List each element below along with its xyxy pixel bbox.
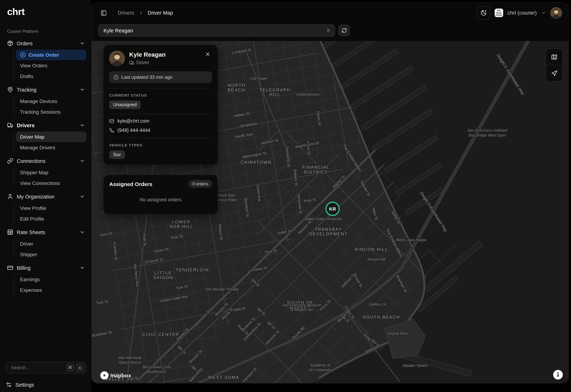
chevron-down-icon	[80, 123, 85, 128]
sidebar-group-orders[interactable]: Orders	[6, 37, 86, 49]
driver-email: kyle@chrt.com	[117, 118, 149, 124]
sidebar-item-view-profile[interactable]: View Profile	[16, 203, 86, 213]
chevron-down-icon	[80, 194, 85, 199]
map-label: SOUTH BEACH	[363, 315, 400, 320]
assigned-orders-card: Assigned Orders 0 orders No assigned ord…	[104, 175, 218, 214]
close-button[interactable]	[205, 51, 212, 58]
sidebar-nav: OrdersCreate OrderView OrdersDraftsTrack…	[6, 37, 86, 295]
sidebar-item-shipper-map[interactable]: Shipper Map	[16, 167, 86, 178]
mapbox-wordmark: mapbox	[110, 372, 131, 378]
orders-empty-text: No assigned orders	[109, 188, 212, 209]
sidebar-group-label: My Organization	[17, 194, 54, 199]
chevron-down-icon[interactable]	[541, 10, 546, 15]
app-logo: chrt	[7, 6, 86, 17]
chevron-down-icon	[80, 41, 85, 46]
sidebar: chrt Courier Platform OrdersCreate Order…	[0, 0, 91, 392]
breadcrumb-drivers[interactable]: Drivers	[118, 10, 134, 16]
sidebar-item-earnings[interactable]: Earnings	[16, 274, 86, 285]
org-badge[interactable]: chrt democourier	[495, 9, 503, 17]
sidebar-subgroup: DriverShipper	[14, 238, 86, 260]
sidebar-item-tracking-sessions[interactable]: Tracking Sessions	[16, 107, 86, 117]
moon-icon	[480, 10, 487, 16]
last-updated-pill: Last updated 33 min ago	[109, 71, 212, 83]
sidebar-group-label: Orders	[17, 41, 33, 46]
driver-marker-kr[interactable]: KR	[326, 202, 340, 216]
divider	[109, 138, 212, 138]
sidebar-item-view-connections[interactable]: View Connections	[16, 178, 86, 189]
sidebar-item-expenses[interactable]: Expenses	[16, 285, 86, 295]
refresh-button[interactable]	[338, 25, 350, 36]
attribution-info-button[interactable]	[553, 370, 563, 379]
refresh-icon	[342, 28, 347, 33]
map-canvas[interactable]: Lombard StVallejo StBroadwayPacific AveJ…	[92, 41, 569, 383]
sidebar-item-driver-map[interactable]: Driver Map	[16, 131, 86, 142]
sidebar-group-tracking[interactable]: Tracking	[6, 84, 86, 96]
status-section-label: CURRENT STATUS	[109, 93, 212, 97]
plus-circle-icon	[20, 52, 26, 58]
phone-icon	[109, 128, 114, 133]
map-label: Atwater Tavern	[402, 364, 428, 368]
navigation-icon	[551, 70, 557, 76]
sidebar-item-drafts[interactable]: Drafts	[16, 71, 86, 82]
map-label: Gallery 16	[369, 302, 386, 306]
account-switcher[interactable]: chrt (courier)	[508, 10, 537, 16]
user-avatar[interactable]	[550, 7, 562, 19]
credit-card-icon	[7, 265, 13, 271]
sidebar-group-label: Rate Sheets	[17, 229, 45, 235]
sidebar-group-billing[interactable]: Billing	[6, 262, 86, 274]
settings-label: Settings	[15, 382, 34, 388]
map-style-button[interactable]	[546, 49, 562, 65]
driver-role: Driver	[136, 60, 149, 65]
map-label: Red's Java House	[396, 238, 426, 242]
sidebar-subgroup: Shipper MapView Connections	[14, 167, 86, 189]
chevron-down-icon	[80, 229, 85, 235]
topbar: Drivers Driver Map chrt democourier chrt…	[92, 2, 569, 23]
driver-phone-row: (949) 444-4444	[109, 127, 212, 133]
sidebar-item-manage-devices[interactable]: Manage Devices	[16, 96, 86, 107]
mail-icon	[109, 118, 114, 124]
sidebar-item-shipper[interactable]: Shipper	[16, 249, 86, 260]
breadcrumb-driver-map: Driver Map	[148, 10, 173, 16]
platform-label: Courier Platform	[7, 29, 86, 34]
sidebar-item-settings[interactable]: Settings	[6, 382, 34, 388]
vehicle-section-label: VEHICLE TYPES	[109, 143, 212, 147]
driver-search-box[interactable]	[98, 24, 335, 37]
sidebar-item-create-order[interactable]: Create Order	[16, 50, 86, 60]
map-label: Exploratorium	[297, 92, 320, 96]
orders-count-badge: 0 orders	[188, 180, 212, 188]
sidebar-item-view-orders[interactable]: View Orders	[16, 60, 86, 71]
sidebar-item-manage-drivers[interactable]: Manage Drivers	[16, 142, 86, 153]
close-icon	[205, 51, 210, 57]
sidebar-item-driver[interactable]: Driver	[16, 238, 86, 249]
driver-search-row	[92, 23, 569, 41]
assigned-orders-title: Assigned Orders	[109, 181, 152, 187]
sidebar-search-input[interactable]	[10, 364, 64, 371]
sidebar-group-my-organization[interactable]: My Organization	[6, 191, 86, 202]
map-label: TENDERLOIN	[176, 267, 209, 272]
link-icon	[7, 158, 13, 164]
map-label: LOWERNOB HILL	[169, 219, 194, 229]
map-pin-icon	[7, 87, 13, 93]
sidebar-group-label: Connections	[17, 158, 45, 164]
sidebar-group-rate-sheets[interactable]: Rate Sheets	[6, 226, 86, 238]
sidebar-subgroup: View ProfileEdit Profile	[14, 203, 86, 224]
table-icon	[7, 229, 13, 235]
map-label: RINCON HILL	[355, 247, 388, 252]
driver-search-input[interactable]	[99, 28, 335, 33]
theme-toggle-button[interactable]	[477, 6, 490, 20]
divider	[109, 114, 212, 114]
map-label: Oracle Park	[388, 331, 408, 336]
map-label: WEST SOMA	[208, 375, 239, 380]
sidebar-group-connections[interactable]: Connections	[6, 155, 86, 167]
kbd-cmd: ⌘	[66, 364, 74, 372]
sidebar-group-drivers[interactable]: Drivers	[6, 119, 86, 131]
status-badge: Unassigned	[109, 100, 141, 109]
clear-search-button[interactable]	[325, 27, 332, 34]
sidebar-item-edit-profile[interactable]: Edit Profile	[16, 213, 86, 224]
chevron-down-icon	[80, 158, 85, 164]
mapbox-logo[interactable]: mapbox	[100, 371, 131, 379]
recenter-button[interactable]	[546, 65, 562, 81]
sidebar-search[interactable]: ⌘ K	[6, 362, 86, 374]
sidebar-toggle-button[interactable]	[98, 7, 109, 18]
map-label: Coit Tower	[250, 76, 268, 81]
